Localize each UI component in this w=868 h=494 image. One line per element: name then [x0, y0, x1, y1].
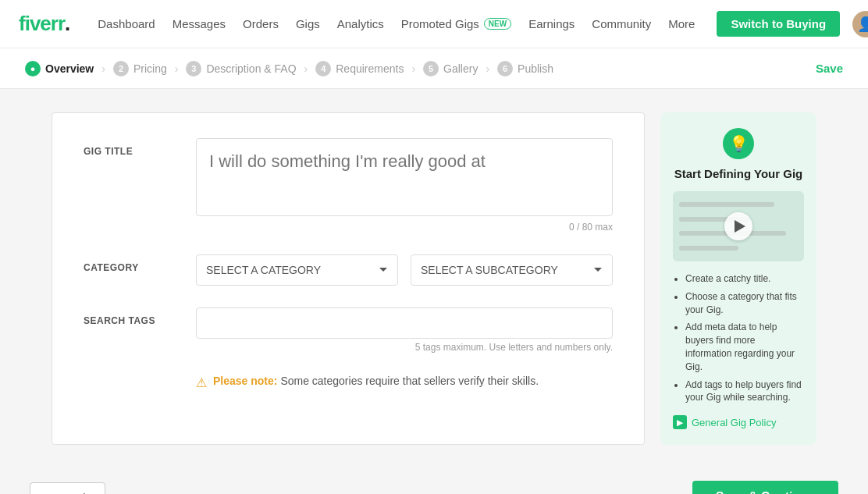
- form-panel: GIG TITLE 0 / 80 max CATEGORY SELECT A C…: [52, 112, 645, 445]
- breadcrumb-num-6: 6: [497, 61, 513, 76]
- policy-link[interactable]: ▶ General Gig Policy: [673, 415, 804, 429]
- play-icon: [735, 220, 745, 233]
- category-selects: SELECT A CATEGORY SELECT A SUBCATEGORY: [196, 254, 613, 286]
- breadcrumb-label-5: Gallery: [443, 62, 478, 75]
- breadcrumb-sep-4: ›: [411, 62, 415, 75]
- breadcrumb-label-4: Requirements: [336, 62, 404, 75]
- tip-3: Add meta data to help buyers find more i…: [685, 321, 804, 373]
- sidebar-tips: Create a catchy title. Choose a category…: [673, 272, 804, 404]
- breadcrumb-sep-2: ›: [175, 62, 179, 75]
- tip-4: Add tags to help buyers find your Gig wh…: [685, 378, 804, 405]
- search-tags-field: 5 tags maximum. Use letters and numbers …: [196, 307, 613, 353]
- category-row: CATEGORY SELECT A CATEGORY SELECT A SUBC…: [84, 254, 613, 286]
- logo-dot: .: [65, 12, 69, 36]
- navbar-right: Switch to Buying 👤 Rs7,293.32: [717, 11, 868, 37]
- switch-buying-button[interactable]: Switch to Buying: [717, 11, 840, 37]
- subcategory-select[interactable]: SELECT A SUBCATEGORY: [411, 254, 613, 286]
- breadcrumb-gallery[interactable]: 5 Gallery: [423, 61, 478, 76]
- breadcrumb-sep-5: ›: [486, 62, 489, 75]
- breadcrumb-sep-1: ›: [101, 62, 105, 75]
- breadcrumb-num-3: 3: [186, 61, 201, 76]
- cancel-button[interactable]: Cancel: [30, 482, 105, 494]
- category-field: SELECT A CATEGORY SELECT A SUBCATEGORY: [196, 254, 613, 286]
- breadcrumb-pricing[interactable]: 2 Pricing: [113, 61, 167, 76]
- footer-actions: Cancel Save & Continue: [5, 468, 863, 494]
- char-count: 0 / 80 max: [196, 222, 613, 233]
- play-button[interactable]: [724, 212, 752, 240]
- navbar: fiverr. Dashboard Messages Orders Gigs A…: [0, 0, 868, 48]
- notice-label: Please note:: [213, 375, 277, 387]
- breadcrumb-label-3: Description & FAQ: [206, 62, 296, 75]
- category-select[interactable]: SELECT A CATEGORY: [196, 254, 398, 286]
- nav-messages[interactable]: Messages: [173, 17, 226, 30]
- nav-promoted-gigs[interactable]: Promoted Gigs NEW: [401, 17, 511, 30]
- search-tags-row: SEARCH TAGS 5 tags maximum. Use letters …: [84, 307, 613, 353]
- logo[interactable]: fiverr.: [19, 12, 69, 36]
- notice-icon: ⚠: [196, 375, 207, 390]
- tip-2: Choose a category that fits your Gig.: [685, 290, 804, 317]
- policy-link-label: General Gig Policy: [692, 417, 776, 428]
- tip-1: Create a catchy title.: [685, 272, 804, 286]
- breadcrumb-sep-3: ›: [304, 62, 308, 75]
- gig-title-input[interactable]: [196, 138, 613, 216]
- search-tags-input[interactable]: [196, 307, 613, 339]
- notice-row: ⚠ Please note: Some categories require t…: [84, 375, 613, 390]
- gig-title-label: GIG TITLE: [84, 138, 177, 157]
- nav-community[interactable]: Community: [592, 17, 651, 30]
- breadcrumb-num-4: 4: [315, 61, 331, 76]
- breadcrumb-description[interactable]: 3 Description & FAQ: [186, 61, 296, 76]
- breadcrumb-overview[interactable]: ● Overview: [25, 61, 94, 76]
- nav-dashboard[interactable]: Dashboard: [98, 17, 155, 30]
- breadcrumb-label-6: Publish: [518, 62, 553, 75]
- save-continue-button[interactable]: Save & Continue: [692, 481, 838, 494]
- breadcrumb-label-1: Overview: [45, 62, 94, 75]
- gig-title-field: 0 / 80 max: [196, 138, 613, 233]
- breadcrumb-num-1: ●: [25, 61, 41, 76]
- nav-gigs[interactable]: Gigs: [296, 17, 320, 30]
- breadcrumb-publish[interactable]: 6 Publish: [497, 61, 553, 76]
- sidebar-panel: 💡 Start Defining Your Gig Create a catch…: [660, 112, 816, 445]
- breadcrumb-label-2: Pricing: [133, 62, 167, 75]
- breadcrumb-num-2: 2: [113, 61, 129, 76]
- nav-earnings[interactable]: Earnings: [528, 17, 575, 30]
- notice-text: Please note: Some categories require tha…: [213, 375, 539, 387]
- sidebar-icon-wrap: 💡: [673, 128, 804, 159]
- policy-icon: ▶: [673, 415, 687, 429]
- sidebar-card: 💡 Start Defining Your Gig Create a catch…: [660, 112, 816, 445]
- tags-hint: 5 tags maximum. Use letters and numbers …: [196, 342, 613, 353]
- navbar-links: Dashboard Messages Orders Gigs Analytics…: [98, 17, 695, 30]
- nav-more[interactable]: More: [668, 17, 695, 30]
- gig-title-row: GIG TITLE 0 / 80 max: [84, 138, 613, 233]
- avatar[interactable]: 👤: [852, 11, 868, 37]
- main-content: GIG TITLE 0 / 80 max CATEGORY SELECT A C…: [5, 89, 863, 468]
- breadcrumb-bar: ● Overview › 2 Pricing › 3 Description &…: [0, 48, 868, 89]
- breadcrumb-save-button[interactable]: Save: [816, 62, 843, 75]
- breadcrumb-requirements[interactable]: 4 Requirements: [315, 61, 404, 76]
- search-tags-label: SEARCH TAGS: [84, 307, 177, 326]
- lightbulb-icon: 💡: [723, 128, 754, 159]
- video-thumbnail[interactable]: [673, 191, 804, 261]
- new-badge: NEW: [484, 18, 511, 30]
- nav-orders[interactable]: Orders: [243, 17, 279, 30]
- breadcrumb-num-5: 5: [423, 61, 439, 76]
- sidebar-title: Start Defining Your Gig: [673, 167, 804, 180]
- category-label: CATEGORY: [84, 254, 177, 273]
- nav-analytics[interactable]: Analytics: [337, 17, 384, 30]
- notice-body: Some categories require that sellers ver…: [280, 375, 539, 387]
